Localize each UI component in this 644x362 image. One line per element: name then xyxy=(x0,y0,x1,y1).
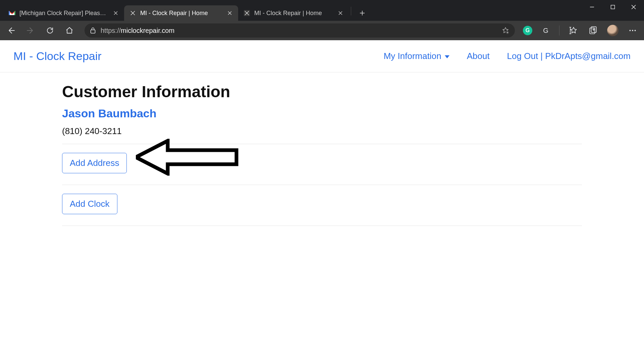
profile-avatar[interactable] xyxy=(607,25,619,36)
window-controls xyxy=(582,0,644,14)
tab-close-button[interactable] xyxy=(337,10,343,16)
window-minimize-button[interactable] xyxy=(582,0,602,14)
svg-rect-24 xyxy=(590,28,595,34)
browser-tab[interactable]: MI - Clock Repair | Home xyxy=(238,5,349,21)
lock-icon xyxy=(90,27,96,34)
tab-title: MI - Clock Repair | Home xyxy=(140,10,223,17)
add-address-button[interactable]: Add Address xyxy=(62,153,127,173)
page-title: Customer Information xyxy=(62,82,582,101)
more-menu-button[interactable] xyxy=(627,25,638,36)
browser-tab[interactable]: [Michigan Clock Repair] Please C xyxy=(3,5,124,21)
new-tab-button[interactable] xyxy=(356,7,369,19)
favorites-icon[interactable] xyxy=(568,25,579,36)
svg-rect-6 xyxy=(14,11,15,15)
browser-toolbar: https://miclockrepair.com G G xyxy=(0,21,644,40)
section-divider xyxy=(62,185,582,185)
svg-rect-1 xyxy=(611,5,615,9)
tab-title: [Michigan Clock Repair] Please C xyxy=(19,10,109,17)
tab-close-button[interactable] xyxy=(113,10,119,16)
url-scheme: https:// xyxy=(101,27,121,34)
site-header: MI - Clock Repair My Information About L… xyxy=(0,40,644,72)
collections-icon[interactable] xyxy=(588,25,598,36)
tab-strip: [Michigan Clock Repair] Please C MI - Cl… xyxy=(0,4,644,21)
nav-my-information[interactable]: My Information xyxy=(384,51,449,61)
url-text: https://miclockrepair.com xyxy=(101,27,174,35)
page-body: MI - Clock Repair My Information About L… xyxy=(0,40,644,362)
svg-point-29 xyxy=(632,30,633,31)
site-favicon-icon xyxy=(244,10,250,16)
svg-marker-31 xyxy=(136,141,236,174)
nav-home-button[interactable] xyxy=(62,23,76,38)
tab-title: MI - Clock Repair | Home xyxy=(254,10,333,17)
caret-down-icon xyxy=(445,55,449,58)
svg-point-30 xyxy=(635,30,636,31)
window-close-button[interactable] xyxy=(623,0,644,14)
site-favicon-icon xyxy=(129,10,136,16)
tab-separator xyxy=(351,7,351,15)
toolbar-right: G G xyxy=(523,25,640,36)
content-container: Customer Information Jason Baumbach (810… xyxy=(62,72,582,226)
section-divider xyxy=(62,144,582,144)
url-host: miclockrepair.com xyxy=(121,27,174,34)
customer-name-link[interactable]: Jason Baumbach xyxy=(62,107,582,120)
extension-grammarly-icon[interactable]: G xyxy=(523,26,532,35)
toolbar-separator xyxy=(559,25,559,36)
svg-rect-5 xyxy=(9,11,10,15)
site-nav: My Information About Log Out | PkDrApts@… xyxy=(384,51,631,61)
nav-forward-button[interactable] xyxy=(23,23,38,38)
tab-close-button[interactable] xyxy=(227,10,233,16)
nav-about[interactable]: About xyxy=(467,51,490,61)
extension-g-icon[interactable]: G xyxy=(541,26,550,35)
annotation-arrow-icon xyxy=(136,139,240,176)
svg-rect-17 xyxy=(91,30,95,33)
gmail-favicon-icon xyxy=(9,10,15,16)
nav-back-button[interactable] xyxy=(4,23,18,38)
nav-logout[interactable]: Log Out | PkDrApts@gmail.com xyxy=(507,51,631,61)
section-divider xyxy=(62,226,582,226)
brand-link[interactable]: MI - Clock Repair xyxy=(13,50,102,63)
window-maximize-button[interactable] xyxy=(602,0,623,14)
add-clock-button[interactable]: Add Clock xyxy=(62,194,117,214)
svg-point-28 xyxy=(629,30,631,31)
favorites-add-icon[interactable] xyxy=(501,26,509,35)
browser-chrome: [Michigan Clock Repair] Please C MI - Cl… xyxy=(0,0,644,40)
address-bar[interactable]: https://miclockrepair.com xyxy=(85,23,515,38)
customer-phone: (810) 240-3211 xyxy=(62,126,582,136)
nav-refresh-button[interactable] xyxy=(43,23,57,38)
browser-tab-active[interactable]: MI - Clock Repair | Home xyxy=(124,5,238,21)
nav-my-information-label: My Information xyxy=(384,51,441,61)
